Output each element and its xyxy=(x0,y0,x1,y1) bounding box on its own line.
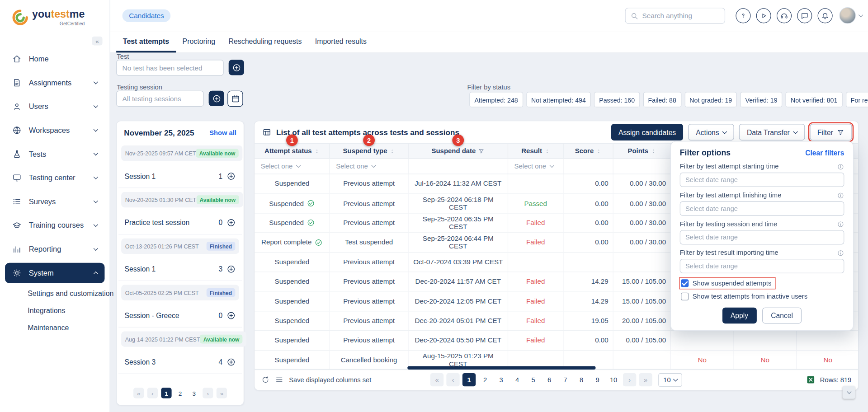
page-button-4[interactable]: 4 xyxy=(510,373,524,386)
tab-proctoring[interactable]: Proctoring xyxy=(176,32,222,53)
page-button-2[interactable]: 2 xyxy=(175,388,185,398)
page-button-3[interactable]: 3 xyxy=(495,373,508,386)
page-button-1[interactable]: 1 xyxy=(462,373,476,386)
clear-filters-link[interactable]: Clear filters xyxy=(805,149,844,157)
info-icon[interactable] xyxy=(837,249,844,257)
page-button-1[interactable]: 1 xyxy=(161,388,171,398)
sidebar-item-system[interactable]: System xyxy=(5,263,104,283)
cancel-button[interactable]: Cancel xyxy=(762,308,802,324)
checkbox-show-test-attempts-from-inactive-users[interactable]: Show test attempts from inactive users xyxy=(681,293,841,300)
session-calendar-button[interactable] xyxy=(227,91,243,107)
next-page-button[interactable]: › xyxy=(203,388,213,398)
column-header-score[interactable]: Score xyxy=(564,144,613,158)
test-select-input[interactable] xyxy=(116,60,224,76)
column-filter-select-1[interactable]: Select one xyxy=(330,159,409,173)
date-range-input[interactable] xyxy=(680,259,844,273)
first-page-button[interactable]: « xyxy=(133,388,144,398)
session-item[interactable]: Session 13 xyxy=(118,258,242,281)
excel-export-icon[interactable] xyxy=(806,375,816,384)
refresh-icon[interactable] xyxy=(261,375,269,384)
status-chip-not-verified[interactable]: Not verified: 801 xyxy=(786,92,842,107)
session-item[interactable]: Practice test session0 xyxy=(118,211,242,234)
sidebar-collapse-button[interactable]: « xyxy=(92,37,102,46)
status-chip-verified[interactable]: Verified: 19 xyxy=(741,92,783,107)
page-button-8[interactable]: 8 xyxy=(575,373,588,386)
scroll-down-button[interactable] xyxy=(843,386,855,399)
session-date-row[interactable]: Nov-25-2025 09:57 AM CETAvailable now xyxy=(121,145,242,161)
session-date-row[interactable]: Oct-05-2025 02:25 PM CESTFinished xyxy=(121,285,239,300)
date-range-input[interactable] xyxy=(680,201,844,216)
notifications-button[interactable] xyxy=(818,8,833,23)
show-all-link[interactable]: Show all xyxy=(209,129,236,136)
table-row[interactable]: SuspendedPrevious attemptDec-20-2024 05:… xyxy=(255,331,858,350)
page-button-5[interactable]: 5 xyxy=(527,373,540,386)
video-button[interactable] xyxy=(756,8,771,23)
next-page-button[interactable]: › xyxy=(623,373,636,386)
add-testing-session-button[interactable] xyxy=(209,91,224,106)
session-item[interactable]: Session - Greece0 xyxy=(118,304,242,327)
column-filter-select-0[interactable]: Select one xyxy=(255,159,330,173)
page-button-3[interactable]: 3 xyxy=(189,388,199,398)
sidebar-item-testing-center[interactable]: Testing center xyxy=(5,166,104,190)
sidebar-subitem-settings-and-customization[interactable]: Settings and customization xyxy=(0,285,109,302)
page-button-2[interactable]: 2 xyxy=(478,373,491,386)
page-button-7[interactable]: 7 xyxy=(559,373,572,386)
data-transfer-button[interactable]: Data Transfer xyxy=(739,124,805,140)
info-icon[interactable] xyxy=(837,192,844,199)
column-header-points[interactable]: Points xyxy=(613,144,671,158)
save-columns-label[interactable]: Save displayed columns set xyxy=(289,376,371,384)
status-chip-not-graded[interactable]: Not graded: 19 xyxy=(684,92,737,107)
assign-candidates-button[interactable]: Assign candidates xyxy=(611,124,683,140)
page-button-6[interactable]: 6 xyxy=(542,373,556,386)
status-chip-failed[interactable]: Failed: 88 xyxy=(643,92,681,107)
page-button-9[interactable]: 9 xyxy=(591,373,604,386)
date-range-input[interactable] xyxy=(680,230,844,244)
sidebar-item-training-courses[interactable]: Training courses xyxy=(5,214,104,238)
sidebar-subitem-integrations[interactable]: Integrations xyxy=(0,302,109,319)
prev-page-button[interactable]: ‹ xyxy=(446,373,459,386)
help-button[interactable] xyxy=(736,8,750,23)
sidebar-item-home[interactable]: Home xyxy=(5,47,104,71)
sidebar-item-tests[interactable]: Tests xyxy=(5,142,104,166)
tab-test-attempts[interactable]: Test attempts xyxy=(116,32,176,53)
horizontal-scrollbar[interactable] xyxy=(407,366,595,370)
testing-session-input[interactable] xyxy=(116,91,203,107)
support-button[interactable] xyxy=(777,8,792,23)
column-filter-select-3[interactable]: Select one xyxy=(508,159,563,173)
breadcrumb[interactable]: Candidates xyxy=(123,9,171,22)
prev-page-button[interactable]: ‹ xyxy=(147,388,158,398)
actions-button[interactable]: Actions xyxy=(688,124,734,140)
date-range-input[interactable] xyxy=(680,173,844,187)
session-date-row[interactable]: Oct-13-2025 01:26 PM CESTFinished xyxy=(121,239,239,254)
checkbox-show-suspended-attempts[interactable]: Show suspended attempts xyxy=(681,279,771,287)
info-icon[interactable] xyxy=(837,163,844,170)
status-chip-not-attempted[interactable]: Not attempted: 494 xyxy=(526,92,591,107)
last-page-button[interactable]: » xyxy=(639,373,652,386)
first-page-button[interactable]: « xyxy=(430,373,443,386)
column-header-result[interactable]: Result xyxy=(508,144,563,158)
info-icon[interactable] xyxy=(837,220,844,228)
session-date-row[interactable]: Aug-14-2025 01:22 PM CESTAvailable now xyxy=(121,331,246,346)
sidebar-subitem-maintenance[interactable]: Maintenance xyxy=(0,319,109,337)
tab-imported-results[interactable]: Imported results xyxy=(308,32,373,53)
session-item[interactable]: Session 34 xyxy=(118,351,242,374)
page-size-select[interactable]: 10 xyxy=(658,373,682,387)
sidebar-item-users[interactable]: Users xyxy=(5,94,104,118)
session-date-row[interactable]: Nov-20-2025 01:30 PM CETAvailable now xyxy=(121,192,243,207)
tab-rescheduling-requests[interactable]: Rescheduling requests xyxy=(222,32,308,53)
status-chip-passed[interactable]: Passed: 160 xyxy=(594,92,640,107)
add-test-button[interactable] xyxy=(229,60,244,75)
sidebar-item-assignments[interactable]: Assignments xyxy=(5,71,104,95)
status-chip-for-review[interactable]: For review: 0 xyxy=(846,92,868,107)
search-input[interactable] xyxy=(642,12,719,19)
status-chip-attempted[interactable]: Attempted: 248 xyxy=(469,92,523,107)
last-page-button[interactable]: » xyxy=(217,388,227,398)
sidebar-item-reporting[interactable]: Reporting xyxy=(5,237,104,261)
page-button-10[interactable]: 10 xyxy=(607,373,620,386)
filter-button[interactable]: Filter xyxy=(810,124,852,140)
sidebar-item-surveys[interactable]: Surveys xyxy=(5,190,104,214)
columns-menu-icon[interactable] xyxy=(275,375,283,384)
session-item[interactable]: Session 11 xyxy=(118,165,242,188)
chat-button[interactable] xyxy=(797,8,812,23)
checkbox-checked-icon[interactable] xyxy=(681,279,689,287)
